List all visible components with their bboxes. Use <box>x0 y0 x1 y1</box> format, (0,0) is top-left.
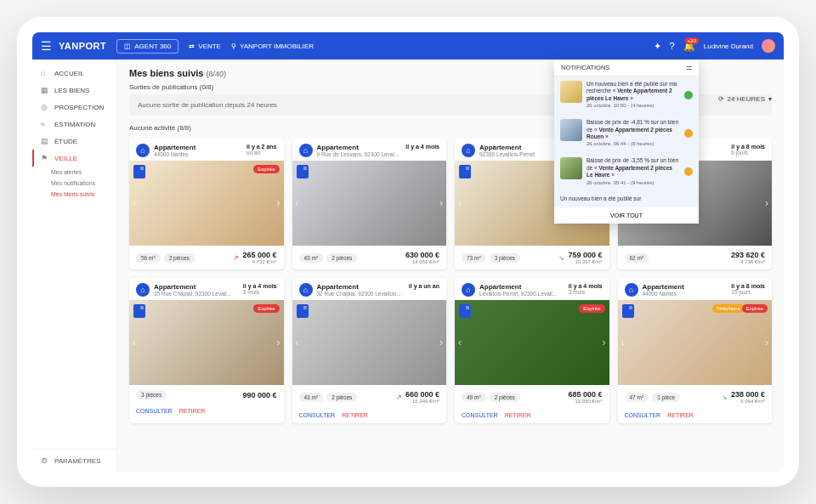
sidebar-item-estimation[interactable]: ≈ESTIMATION <box>32 116 116 133</box>
property-card[interactable]: ⌂Appartement44000 Nantesil y a 2 ansun a… <box>129 139 284 269</box>
property-chip: 43 m² <box>299 393 324 402</box>
sidebar-icon: ▦ <box>41 86 49 94</box>
next-image-icon[interactable]: › <box>439 197 443 209</box>
notif-text: Baisse de prix de -4,81 % sur un bien de… <box>586 119 680 148</box>
nav-company[interactable]: ⚲ YANPORT IMMOBILIER <box>231 42 314 50</box>
prev-image-icon[interactable]: ‹ <box>296 197 299 209</box>
nav-vente-label: VENTE <box>198 42 221 50</box>
sidebar: ⌂ACCUEIL▦LES BIENS◎PROSPECTION≈ESTIMATIO… <box>32 59 117 472</box>
prev-image-icon[interactable]: ‹ <box>621 337 625 348</box>
property-image: TéléphoneExpirée‹› <box>618 300 773 385</box>
property-chip: 2 pièces <box>326 253 357 263</box>
phone-badge: Téléphone <box>712 304 745 313</box>
property-chip: 3 pièces <box>136 390 167 399</box>
sidebar-item-prospection[interactable]: ◎PROSPECTION <box>32 99 116 116</box>
sidebar-sub-item[interactable]: Mes alertes <box>32 167 116 178</box>
remove-button[interactable]: RETIRER <box>667 412 694 418</box>
prev-image-icon[interactable]: ‹ <box>133 337 136 348</box>
notif-status-dot <box>684 129 693 138</box>
sidebar-sub-item[interactable]: Mes biens suivis <box>32 189 116 200</box>
remove-button[interactable]: RETIRER <box>505 412 531 418</box>
price-per-m2: 13 980 €/m² <box>568 399 602 404</box>
notification-item[interactable]: Baisse de prix de -3,55 % sur un bien de… <box>554 153 699 191</box>
property-age: il y a 8 mois <box>731 283 765 289</box>
price-per-m2: 4 736 €/m² <box>731 259 765 264</box>
expired-badge: Expirée <box>742 304 768 313</box>
time-filter[interactable]: ⟳ 24 HEURES ▾ <box>718 95 772 103</box>
sidebar-item-veille[interactable]: ⚑VEILLE <box>32 150 116 167</box>
wand-icon[interactable]: ✦ <box>654 41 661 52</box>
property-card[interactable]: ⌂AppartementLevallois-Perret, 92300 Leva… <box>455 278 609 423</box>
property-card[interactable]: ⌂Appartement35 Rue Chaptal, 92300 Levall… <box>129 278 284 423</box>
property-type: Appartement <box>643 283 728 291</box>
nav-vente[interactable]: ⇄ VENTE <box>189 42 221 50</box>
notifications-view-all[interactable]: VOIR TOUT <box>554 207 699 224</box>
sidebar-label: VEILLE <box>54 155 77 162</box>
notifications-settings-icon[interactable]: ⚌ <box>686 64 692 71</box>
menu-icon[interactable]: ☰ <box>41 39 52 53</box>
help-icon[interactable]: ? <box>670 41 675 51</box>
next-image-icon[interactable]: › <box>765 197 768 209</box>
property-price: 759 000 € <box>568 251 602 259</box>
property-price: 685 000 € <box>568 390 602 399</box>
user-name[interactable]: Ludivine Durand <box>704 42 753 50</box>
prev-image-icon[interactable]: ‹ <box>458 337 462 348</box>
next-image-icon[interactable]: › <box>277 337 280 348</box>
consult-button[interactable]: CONSULTER <box>462 412 498 418</box>
document-icon <box>297 304 309 318</box>
sidebar-item-accueil[interactable]: ⌂ACCUEIL <box>32 65 116 82</box>
sidebar-item-étude[interactable]: ▤ÉTUDE <box>32 133 116 150</box>
prev-image-icon[interactable]: ‹ <box>296 337 299 348</box>
consult-button[interactable]: CONSULTER <box>625 412 661 418</box>
trend-up-icon: ↗ <box>396 394 402 401</box>
property-chip: 2 pièces <box>326 393 357 402</box>
property-age: il y a 4 mois <box>569 283 603 289</box>
property-address: 92300 Levallois-Perret <box>479 151 564 157</box>
property-chip: 43 m² <box>299 253 324 263</box>
consult-button[interactable]: CONSULTER <box>299 412 336 418</box>
bell-icon[interactable]: 🔔+20 <box>683 41 695 52</box>
prev-image-icon[interactable]: ‹ <box>458 197 462 209</box>
notification-item[interactable]: Un nouveau bien a été publié sur ma rech… <box>554 76 699 115</box>
property-type-icon: ⌂ <box>625 283 638 297</box>
expired-badge: Expirée <box>253 304 279 313</box>
prev-image-icon[interactable]: ‹ <box>133 197 136 209</box>
property-card[interactable]: ⌂Appartement44000 Nantesil y a 8 mois15 … <box>618 278 773 423</box>
property-sub: un an <box>246 150 276 156</box>
remove-button[interactable]: RETIRER <box>342 412 368 418</box>
consult-button[interactable]: CONSULTER <box>136 408 173 414</box>
next-image-icon[interactable]: › <box>765 337 768 348</box>
notifications-panel: NOTIFICATIONS ⚌ Un nouveau bien a été pu… <box>554 59 699 224</box>
remove-button[interactable]: RETIRER <box>179 408 206 414</box>
sidebar-params[interactable]: ⚙PARAMÈTRES <box>32 449 116 472</box>
property-type-icon: ⌂ <box>136 283 150 297</box>
expired-badge: Expirée <box>579 304 604 313</box>
notification-item[interactable]: Baisse de prix de -4,81 % sur un bien de… <box>554 115 699 153</box>
property-price: 630 000 € <box>405 251 439 259</box>
property-chip: 62 m² <box>625 253 649 263</box>
property-address: 44000 Nantes <box>154 151 242 157</box>
agent-360-button[interactable]: ◫ AGENT 360 <box>116 39 178 54</box>
property-image: ‹› <box>292 161 447 246</box>
avatar[interactable] <box>762 39 775 53</box>
nav-company-label: YANPORT IMMOBILIER <box>240 42 314 50</box>
sidebar-label: ACCUEIL <box>54 70 84 77</box>
price-per-m2: 5 064 €/m² <box>731 399 765 404</box>
property-price: 265 000 € <box>242 251 276 259</box>
property-card[interactable]: ⌂Appartement9 Rue de Lesseps, 92300 Leva… <box>292 139 447 269</box>
property-card[interactable]: ⌂Appartement32 Rue Chaptal, 92300 Levall… <box>292 278 447 423</box>
property-image: ‹› <box>292 300 447 385</box>
sidebar-icon: ▤ <box>41 137 49 145</box>
sidebar-item-les biens[interactable]: ▦LES BIENS <box>32 82 116 99</box>
property-price: 238 000 € <box>731 390 765 399</box>
next-image-icon[interactable]: › <box>603 337 606 348</box>
notif-text: Un nouveau bien a été publié sur ma rech… <box>586 81 680 110</box>
sidebar-sub-item[interactable]: Mes notifications <box>32 178 116 189</box>
next-image-icon[interactable]: › <box>277 197 280 209</box>
property-type-icon: ⌂ <box>299 283 313 297</box>
next-image-icon[interactable]: › <box>439 337 443 348</box>
price-per-m2: 4 732 €/m² <box>242 259 276 264</box>
document-icon <box>133 304 145 318</box>
notif-count-badge: +20 <box>685 37 699 44</box>
property-price: 990 000 € <box>242 391 276 399</box>
